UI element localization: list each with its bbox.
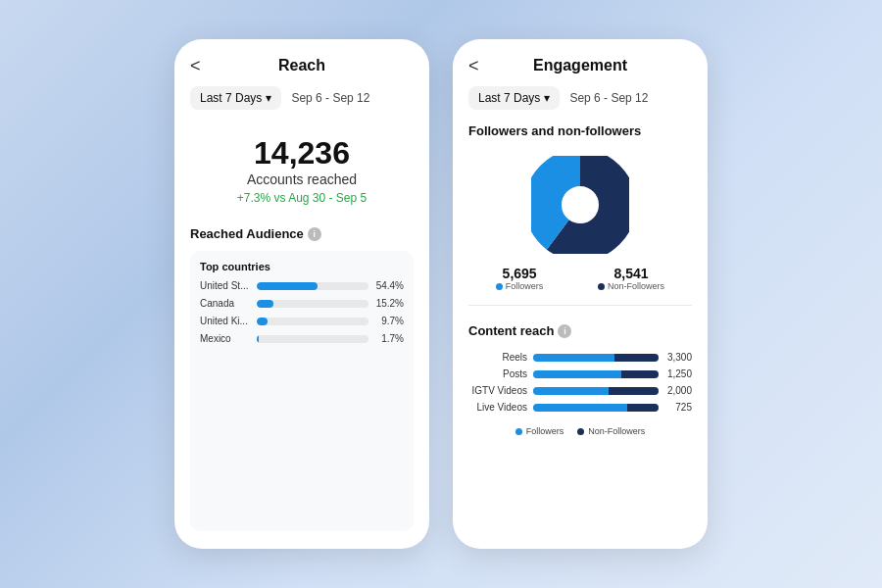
engagement-title: Engagement [533, 57, 627, 74]
svg-point-2 [565, 190, 595, 220]
list-item: Posts 1,250 [468, 368, 692, 379]
nonfollowers-bar [609, 387, 659, 395]
info-icon[interactable]: i [308, 227, 321, 241]
content-row-label: IGTV Videos [468, 385, 527, 396]
legend-followers-label: Followers [526, 426, 564, 436]
followers-label-text: Followers [506, 281, 544, 291]
followers-section: 5,695 Followers 8,541 Non-Followers [468, 148, 692, 291]
dual-bar [533, 370, 659, 378]
engagement-dropdown-icon: ▾ [544, 91, 550, 105]
list-item: Live Videos 725 [468, 402, 692, 413]
reach-filter-row: Last 7 Days ▾ Sep 6 - Sep 12 [190, 86, 414, 110]
bar-fill [257, 282, 318, 290]
top-countries-card: Top countries United St... 54.4% Canada … [190, 251, 414, 531]
country-name: United St... [200, 280, 251, 291]
legend-row: Followers Non-Followers [468, 426, 692, 436]
followers-bar [533, 404, 627, 412]
reach-filter-button[interactable]: Last 7 Days ▾ [190, 86, 281, 110]
engagement-filter-label: Last 7 Days [478, 91, 540, 105]
nonfollowers-count: 8,541 [598, 266, 664, 281]
content-reach-rows: Reels 3,300 Posts 1,250 IGTV Videos 2,00… [468, 352, 692, 413]
dual-bar [533, 404, 659, 412]
nonfollowers-bar [627, 404, 659, 412]
content-reach-label: Content reach [468, 323, 554, 338]
bar-value: 54.4% [374, 280, 404, 291]
followers-bar [533, 354, 614, 362]
bar-fill [257, 318, 268, 325]
content-row-value: 3,300 [664, 352, 692, 363]
nonfollowers-stat: 8,541 Non-Followers [598, 266, 664, 291]
country-name: Canada [200, 298, 251, 309]
reached-audience-label: Reached Audience [190, 226, 304, 241]
bar-container [257, 335, 368, 343]
dual-bar [533, 354, 659, 362]
content-reach-section: Content reach i [468, 323, 692, 338]
reached-audience-section: Reached Audience i [190, 226, 414, 241]
engagement-header: < Engagement [468, 57, 692, 74]
engagement-filter-button[interactable]: Last 7 Days ▾ [468, 86, 560, 110]
reach-filter-label: Last 7 Days [200, 91, 262, 105]
reach-dropdown-icon: ▾ [266, 91, 271, 105]
content-info-icon[interactable]: i [558, 324, 571, 338]
legend-nonfollowers-dot [577, 428, 584, 435]
reach-header: < Reach [190, 57, 414, 74]
bar-container [257, 282, 368, 290]
table-row: Canada 15.2% [200, 298, 404, 309]
legend-followers: Followers [515, 426, 564, 436]
reach-label: Accounts reached [247, 172, 357, 187]
followers-count: 5,695 [496, 266, 544, 281]
table-row: Mexico 1.7% [200, 333, 404, 344]
nonfollowers-dot [598, 283, 605, 290]
followers-bar [533, 370, 621, 378]
engagement-card: < Engagement Last 7 Days ▾ Sep 6 - Sep 1… [453, 39, 708, 549]
engagement-date-range: Sep 6 - Sep 12 [569, 91, 648, 105]
reach-main-stats: 14,236 Accounts reached +7.3% vs Aug 30 … [190, 120, 414, 213]
nonfollowers-stat-label: Non-Followers [598, 281, 664, 291]
followers-bar [533, 387, 609, 395]
list-item: IGTV Videos 2,000 [468, 385, 692, 396]
reach-change: +7.3% vs Aug 30 - Sep 5 [237, 191, 367, 205]
engagement-back-button[interactable]: < [468, 57, 479, 74]
legend-nonfollowers-label: Non-Followers [588, 426, 645, 436]
top-countries-title: Top countries [200, 261, 404, 272]
followers-dot [496, 283, 503, 290]
bar-value: 9.7% [374, 316, 404, 326]
table-row: United Ki... 9.7% [200, 316, 404, 326]
content-row-value: 725 [664, 402, 692, 413]
country-name: Mexico [200, 333, 251, 344]
content-row-value: 2,000 [664, 385, 692, 396]
reach-number: 14,236 [254, 135, 350, 172]
nonfollowers-bar [614, 354, 659, 362]
bar-value: 1.7% [374, 333, 404, 344]
pie-chart [531, 156, 629, 254]
dual-bar [533, 387, 659, 395]
followers-stat-label: Followers [496, 281, 544, 291]
bar-container [257, 318, 368, 325]
table-row: United St... 54.4% [200, 280, 404, 291]
followers-section-label: Followers and non-followers [468, 123, 641, 138]
countries-list: United St... 54.4% Canada 15.2% United K… [200, 280, 404, 344]
list-item: Reels 3,300 [468, 352, 692, 363]
bar-value: 15.2% [374, 298, 404, 309]
divider [468, 305, 692, 306]
followers-section-title: Followers and non-followers [468, 123, 692, 138]
engagement-filter-row: Last 7 Days ▾ Sep 6 - Sep 12 [468, 86, 692, 110]
legend-nonfollowers: Non-Followers [577, 426, 645, 436]
content-row-label: Posts [468, 368, 527, 379]
pie-numbers: 5,695 Followers 8,541 Non-Followers [468, 266, 692, 291]
reach-card: < Reach Last 7 Days ▾ Sep 6 - Sep 12 14,… [174, 39, 429, 549]
country-name: United Ki... [200, 316, 251, 326]
followers-stat: 5,695 Followers [496, 266, 544, 291]
reach-back-button[interactable]: < [190, 57, 201, 74]
legend-followers-dot [515, 428, 522, 435]
reach-title: Reach [278, 57, 325, 74]
bar-container [257, 300, 368, 308]
content-row-label: Live Videos [468, 402, 527, 413]
reach-date-range: Sep 6 - Sep 12 [291, 91, 369, 105]
bar-fill [257, 335, 259, 343]
content-row-label: Reels [468, 352, 527, 363]
nonfollowers-label-text: Non-Followers [608, 281, 664, 291]
content-row-value: 1,250 [664, 368, 692, 379]
bar-fill [257, 300, 273, 308]
nonfollowers-bar [621, 370, 659, 378]
